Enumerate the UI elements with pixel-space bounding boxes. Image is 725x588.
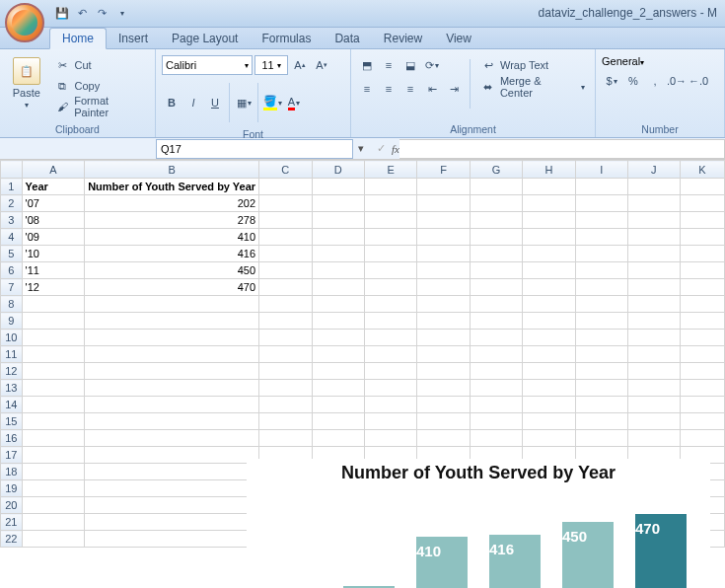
cell[interactable]	[312, 279, 364, 296]
cell[interactable]	[85, 464, 259, 480]
wrap-text-button[interactable]: ↩Wrap Text	[476, 55, 589, 75]
cell[interactable]	[523, 246, 575, 262]
cell[interactable]	[627, 229, 680, 246]
cell[interactable]	[417, 195, 470, 212]
cell[interactable]	[22, 514, 85, 531]
font-size-select[interactable]: 11▾	[254, 55, 288, 75]
increase-indent-icon[interactable]: ⇥	[444, 79, 464, 99]
cell[interactable]	[627, 380, 680, 397]
align-top-icon[interactable]: ⬒	[357, 55, 377, 75]
row-header[interactable]: 1	[1, 179, 23, 195]
cell[interactable]	[259, 229, 312, 246]
cell[interactable]	[85, 363, 259, 380]
cell[interactable]	[680, 346, 724, 363]
cell[interactable]	[523, 229, 575, 246]
cell[interactable]	[575, 380, 627, 397]
cell[interactable]	[627, 246, 680, 262]
cell[interactable]	[627, 262, 680, 279]
row-header[interactable]: 14	[1, 397, 23, 413]
cell[interactable]	[523, 179, 575, 195]
cell[interactable]	[680, 380, 724, 397]
cell[interactable]	[575, 346, 627, 363]
redo-icon[interactable]: ↷	[94, 6, 109, 22]
cell[interactable]	[417, 380, 470, 397]
column-header[interactable]: D	[312, 161, 364, 179]
cell[interactable]	[365, 380, 417, 397]
cell[interactable]	[365, 179, 417, 195]
cell[interactable]	[259, 380, 312, 397]
cell[interactable]: '11	[22, 262, 85, 279]
cell[interactable]	[312, 296, 364, 313]
row-header[interactable]: 6	[1, 262, 23, 279]
row-header[interactable]: 13	[1, 380, 23, 397]
align-middle-icon[interactable]: ≡	[379, 55, 399, 75]
cell[interactable]	[627, 212, 680, 229]
cell[interactable]	[259, 179, 312, 195]
cell[interactable]	[312, 330, 364, 346]
cell[interactable]	[312, 413, 364, 430]
cell[interactable]: '12	[22, 279, 85, 296]
cell[interactable]	[470, 179, 523, 195]
align-right-icon[interactable]: ≡	[400, 79, 420, 99]
font-name-select[interactable]: Calibri▾	[162, 55, 253, 75]
cell[interactable]	[470, 346, 523, 363]
cell[interactable]	[365, 363, 417, 380]
cell[interactable]	[575, 313, 627, 330]
cell[interactable]	[470, 413, 523, 430]
cell[interactable]	[365, 246, 417, 262]
cell[interactable]	[680, 296, 724, 313]
cell[interactable]	[523, 313, 575, 330]
cell[interactable]	[680, 430, 724, 447]
column-header[interactable]: B	[85, 161, 259, 179]
cell[interactable]	[627, 330, 680, 346]
cell[interactable]	[470, 246, 523, 262]
cell[interactable]	[470, 430, 523, 447]
cell[interactable]	[627, 413, 680, 430]
decrease-decimal-icon[interactable]: ←.0	[689, 71, 708, 91]
row-header[interactable]: 16	[1, 430, 23, 447]
cell[interactable]	[523, 262, 575, 279]
cell[interactable]	[22, 363, 85, 380]
cell[interactable]	[259, 346, 312, 363]
cell[interactable]	[470, 363, 523, 380]
cell[interactable]	[365, 346, 417, 363]
cell[interactable]	[312, 212, 364, 229]
increase-decimal-icon[interactable]: .0→	[667, 71, 687, 91]
cell[interactable]	[259, 430, 312, 447]
cell[interactable]	[627, 313, 680, 330]
font-color-icon[interactable]: A	[284, 93, 304, 112]
cut-button[interactable]: ✂Cut	[50, 55, 149, 75]
cell[interactable]	[417, 363, 470, 380]
cell[interactable]	[575, 413, 627, 430]
cell[interactable]	[22, 497, 85, 514]
cell[interactable]	[312, 262, 364, 279]
cell[interactable]	[22, 413, 85, 430]
fill-color-icon[interactable]: 🪣	[262, 93, 282, 112]
cell[interactable]	[85, 313, 259, 330]
cell[interactable]	[365, 262, 417, 279]
row-header[interactable]: 15	[1, 413, 23, 430]
percent-format-icon[interactable]: %	[623, 71, 643, 91]
cell[interactable]	[417, 262, 470, 279]
row-header[interactable]: 19	[1, 480, 23, 497]
row-header[interactable]: 17	[1, 447, 23, 464]
column-header[interactable]: G	[470, 161, 523, 179]
tab-data[interactable]: Data	[323, 29, 371, 48]
cell[interactable]	[627, 179, 680, 195]
accounting-format-icon[interactable]: $	[602, 71, 621, 91]
cell[interactable]	[85, 430, 259, 447]
cell[interactable]	[365, 313, 417, 330]
cell[interactable]	[417, 330, 470, 346]
cell[interactable]	[575, 430, 627, 447]
cell[interactable]	[417, 413, 470, 430]
cell[interactable]	[417, 246, 470, 262]
cell[interactable]	[85, 497, 259, 514]
column-header[interactable]: J	[627, 161, 680, 179]
column-header[interactable]: F	[417, 161, 470, 179]
cell[interactable]	[312, 229, 364, 246]
cell[interactable]	[680, 179, 724, 195]
cell[interactable]: 450	[85, 262, 259, 279]
cell[interactable]	[22, 330, 85, 346]
cell[interactable]	[312, 380, 364, 397]
cell[interactable]	[627, 195, 680, 212]
